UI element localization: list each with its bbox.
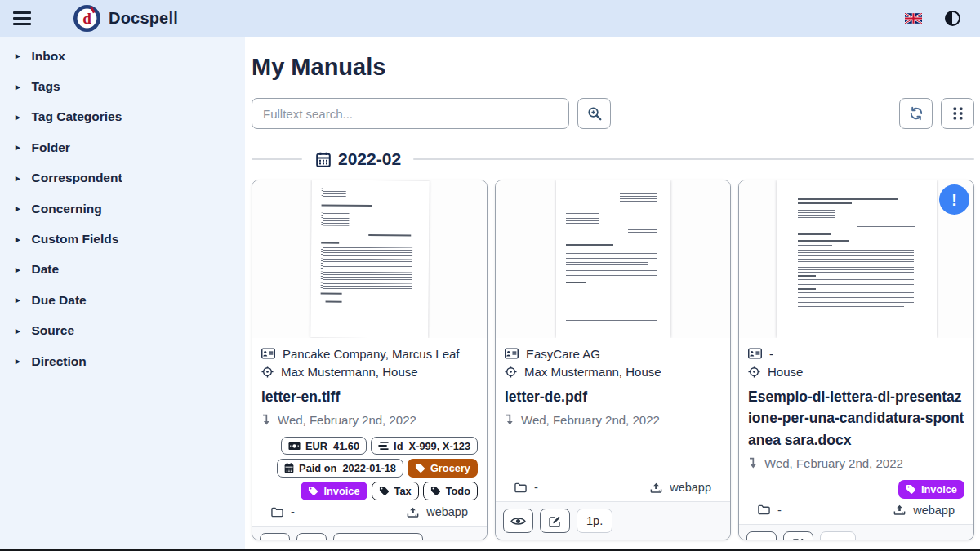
crosshairs-icon [261, 366, 274, 378]
amount-badge[interactable]: EUR 41.60 [281, 437, 367, 455]
arrow-down-icon [261, 414, 270, 426]
correspondent-value: - [769, 347, 773, 361]
tag-icon [906, 484, 916, 495]
preview-button[interactable] [503, 509, 533, 533]
item-name[interactable]: letter-en.tiff [261, 386, 478, 407]
edit-icon [792, 537, 804, 540]
sidebar-item-custom-fields[interactable]: ▸Custom Fields [0, 224, 245, 254]
preview-button[interactable] [746, 531, 777, 540]
concerning-line: House [748, 365, 964, 379]
item-date-line: Wed, February 2nd, 2022 [261, 413, 478, 427]
pages-label[interactable]: 1/2, 1p. [363, 534, 422, 540]
main-content: My Manuals [245, 37, 980, 551]
item-card: Pancake Company, Marcus Leaf Max Musterm… [252, 180, 488, 540]
tag-icon [430, 486, 441, 496]
sidebar-item-concerning[interactable]: ▸Concerning [0, 193, 245, 224]
sidebar-item-source[interactable]: ▸Source [0, 316, 245, 346]
correspondent-line: Pancake Company, Marcus Leaf [261, 347, 478, 361]
card-footer: 2p. [739, 524, 973, 540]
folder-icon [271, 507, 283, 518]
sidebar-item-folder[interactable]: ▸Folder [0, 132, 245, 162]
crosshairs-icon [748, 366, 760, 378]
tag-icon [308, 486, 318, 496]
grid-view-button[interactable] [941, 98, 974, 129]
caret-right-icon: ▸ [16, 143, 20, 152]
correspondent-value: EasyCare AG [526, 347, 600, 361]
tag-badge-tax[interactable]: Tax [372, 482, 419, 500]
address-card-icon [505, 348, 519, 359]
caret-right-icon: ▸ [16, 51, 20, 60]
item-date: Wed, February 2nd, 2022 [278, 413, 416, 427]
paid-on-badge[interactable]: Paid on 2022-01-18 [277, 459, 403, 478]
arrow-down-icon [748, 457, 757, 469]
sidebar-item-correspondent[interactable]: ▸Correspondent [0, 163, 245, 193]
date-group-separator: 2022-02 [252, 149, 974, 169]
edit-icon [549, 515, 561, 527]
sidebar-item-tag-categories[interactable]: ▸Tag Categories [0, 102, 245, 132]
app-title: Docspell [109, 9, 178, 28]
concerning-value: Max Mustermann, House [281, 365, 418, 379]
caret-right-icon: ▸ [16, 204, 20, 213]
sidebar: ▸Inbox ▸Tags ▸Tag Categories ▸Folder ▸Co… [0, 37, 245, 551]
sidebar-item-inbox[interactable]: ▸Inbox [0, 41, 245, 71]
language-flag-icon[interactable] [905, 13, 922, 24]
upload-icon [407, 507, 419, 518]
menu-icon[interactable] [13, 11, 31, 25]
tag-badge-todo[interactable]: Todo [423, 482, 478, 500]
item-card: ! [738, 180, 974, 540]
item-date-line: Wed, February 2nd, 2022 [505, 413, 721, 427]
tag-badge-invoice[interactable]: Invoice [898, 480, 964, 499]
caret-right-icon: ▸ [16, 295, 20, 304]
correspondent-line: EasyCare AG [505, 347, 721, 361]
edit-button[interactable] [296, 533, 327, 540]
item-name[interactable]: Esempio-di-lettera-di-presentazione-per-… [748, 386, 964, 451]
dark-mode-icon[interactable] [945, 11, 960, 26]
edit-icon [305, 540, 318, 540]
card-footer: 1p. [496, 501, 730, 540]
upload-icon [893, 504, 906, 515]
caret-right-icon: ▸ [16, 357, 20, 366]
item-card: EasyCare AG Max Mustermann, House letter… [495, 180, 731, 540]
source-value: webapp [913, 504, 955, 517]
document-thumbnail[interactable] [739, 180, 973, 338]
edit-button[interactable] [783, 531, 813, 540]
edit-button[interactable] [540, 509, 570, 533]
money-bill-icon [288, 442, 301, 451]
search-button[interactable] [577, 98, 611, 129]
app-logo-icon: d [74, 5, 100, 32]
pages-label[interactable]: 1p. [577, 509, 612, 533]
sidebar-item-tags[interactable]: ▸Tags [0, 71, 245, 101]
eye-icon [754, 538, 769, 540]
refresh-button[interactable] [899, 98, 933, 129]
document-thumbnail[interactable] [252, 180, 487, 338]
new-item-indicator[interactable]: ! [939, 184, 969, 215]
pages-label[interactable]: 2p. [820, 531, 856, 540]
arrow-down-icon [505, 414, 514, 426]
eye-icon [510, 516, 526, 527]
sidebar-item-date[interactable]: ▸Date [0, 255, 245, 285]
search-input[interactable] [252, 98, 569, 129]
source-value: webapp [426, 505, 468, 518]
address-card-icon [748, 348, 762, 359]
tag-badge-grocery[interactable]: Grocery [408, 459, 478, 478]
arrow-right-button[interactable] [334, 534, 363, 540]
badge-area: EUR 41.60 Id X-999, X-123 Paid on 2022-0… [261, 437, 478, 500]
grip-dots-icon [953, 107, 963, 120]
sidebar-item-due-date[interactable]: ▸Due Date [0, 285, 245, 315]
sidebar-item-direction[interactable]: ▸Direction [0, 346, 245, 376]
folder-icon [514, 482, 527, 493]
attachment-button-group: 1/2, 1p. [333, 533, 423, 540]
folder-icon [758, 504, 770, 515]
preview-button[interactable] [260, 533, 290, 540]
document-thumbnail[interactable] [496, 180, 730, 338]
calendar-icon [284, 463, 294, 473]
tag-badge-invoice[interactable]: Invoice [301, 482, 367, 500]
list-lines-icon [378, 441, 389, 451]
search-bar [252, 98, 974, 129]
item-name[interactable]: letter-de.pdf [505, 386, 721, 407]
app-brand[interactable]: d Docspell [74, 5, 178, 32]
custom-id-badge[interactable]: Id X-999, X-123 [371, 437, 478, 455]
caret-right-icon: ▸ [16, 265, 20, 274]
item-date: Wed, February 2nd, 2022 [764, 456, 903, 470]
folder-source-row: - webapp [261, 500, 478, 526]
